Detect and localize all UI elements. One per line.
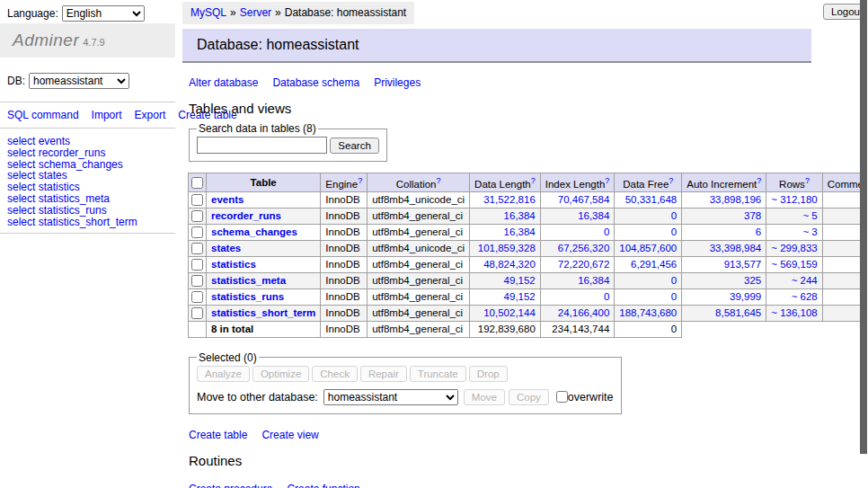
database-action-link[interactable]: Privileges [374, 76, 421, 89]
table-name-link[interactable]: statistics_short_term [211, 307, 315, 318]
copy-button[interactable]: Copy [509, 389, 549, 405]
scrollbar-thumb[interactable] [860, 0, 867, 454]
repair-button[interactable]: Repair [360, 366, 407, 382]
table-row: eventsInnoDButf8mb4_unicode_ci31,522,816… [189, 191, 868, 208]
create-function-link[interactable]: Create function [287, 483, 359, 488]
total-data-length-cell: 192,839,680 [470, 321, 541, 337]
truncate-button[interactable]: Truncate [410, 366, 466, 382]
app-logo: Adminer [13, 31, 79, 49]
sidebar-select-link[interactable]: select statistics_runs [7, 205, 168, 217]
data-free-cell: 0 [615, 224, 682, 240]
help-sup: ? [805, 175, 810, 185]
breadcrumb-separator: » [275, 6, 281, 19]
select-all-cell [189, 173, 207, 192]
auto-increment-cell: 6 [682, 224, 766, 240]
auto-increment-cell: 325 [682, 272, 766, 288]
total-index-length-cell: 234,143,744 [540, 321, 615, 337]
row-select-cell [189, 191, 207, 208]
scrollbar-track[interactable] [860, 0, 868, 488]
engine-cell: InnoDB [321, 191, 368, 208]
table-name-link[interactable]: recorder_runs [211, 210, 281, 221]
help-link[interactable]: ? [436, 176, 440, 185]
tables-list-header: TableEngine?Collation?Data Length?Index … [189, 173, 868, 192]
help-sup: ? [757, 175, 761, 185]
sidebar-command-link[interactable]: SQL command [7, 109, 79, 121]
data-free-cell: 0 [615, 272, 682, 288]
table-row: statesInnoDButf8mb4_unicode_ci101,859,32… [189, 240, 868, 256]
table-name-cell: statistics [207, 256, 321, 272]
help-sup: ? [669, 175, 673, 185]
sidebar-command-link[interactable]: Import [92, 109, 122, 121]
index-length-cell: 16,384 [540, 272, 615, 288]
select-all-checkbox[interactable] [191, 177, 203, 189]
help-link[interactable]: ? [605, 176, 609, 185]
table-name-link[interactable]: states [211, 243, 241, 253]
sidebar-select-link[interactable]: select recorder_runs [7, 147, 168, 159]
row-checkbox[interactable] [191, 307, 203, 319]
collation-cell: utf8mb4_unicode_ci [368, 191, 470, 208]
total-blank-cell [682, 321, 766, 337]
auto-increment-cell: 33,898,196 [682, 191, 766, 208]
index-length-cell: 72,220,672 [540, 256, 615, 272]
row-checkbox[interactable] [191, 243, 203, 254]
rows-cell: ~ 628 [766, 288, 822, 305]
breadcrumb-link[interactable]: MySQL [190, 6, 226, 19]
index-length-cell: 24,166,400 [540, 305, 615, 321]
help-link[interactable]: ? [669, 176, 673, 185]
column-header-label: Data Length [474, 179, 531, 190]
index-length-cell: 0 [540, 288, 615, 305]
help-link[interactable]: ? [358, 176, 362, 185]
table-name-link[interactable]: events [211, 194, 244, 205]
overwrite-checkbox[interactable] [556, 391, 568, 403]
collation-cell: utf8mb4_general_ci [368, 305, 470, 321]
rows-cell: ~ 312,180 [766, 191, 822, 208]
help-link[interactable]: ? [757, 176, 761, 185]
sidebar: Language:English Adminer4.7.9 DB:homeass… [0, 0, 175, 488]
row-checkbox[interactable] [191, 226, 203, 238]
selected-fieldset: Selected (0) AnalyzeOptimizeCheckRepairT… [189, 351, 622, 414]
analyze-button[interactable]: Analyze [197, 366, 250, 382]
page-title: Database: homeassistant [197, 37, 359, 53]
optimize-button[interactable]: Optimize [252, 366, 309, 382]
breadcrumb-link[interactable]: Server [240, 6, 271, 19]
engine-cell: InnoDB [321, 256, 368, 272]
check-button[interactable]: Check [312, 366, 358, 382]
search-button[interactable]: Search [330, 138, 378, 154]
sidebar-select-link[interactable]: select statistics_meta [7, 193, 168, 205]
create-view-link[interactable]: Create view [261, 429, 318, 441]
sidebar-command-link[interactable]: Export [135, 109, 166, 121]
language-select[interactable]: English [62, 5, 145, 22]
db-select[interactable]: homeassistant [29, 73, 129, 89]
row-checkbox[interactable] [191, 291, 203, 303]
auto-increment-cell: 8,581,645 [682, 305, 766, 321]
auto-increment-cell: 39,999 [682, 288, 766, 305]
create-procedure-link[interactable]: Create procedure [189, 483, 272, 488]
routine-links: Create procedureCreate function [189, 483, 829, 488]
row-checkbox[interactable] [191, 194, 203, 206]
row-checkbox[interactable] [191, 259, 203, 271]
move-db-select[interactable]: homeassistant [323, 389, 458, 405]
column-header-label: Rows [779, 179, 805, 190]
database-action-link[interactable]: Database schema [272, 76, 359, 89]
database-action-link[interactable]: Alter database [189, 76, 258, 89]
table-name-link[interactable]: statistics_runs [211, 291, 284, 302]
search-input[interactable] [197, 137, 327, 154]
help-link[interactable]: ? [805, 176, 810, 185]
row-checkbox[interactable] [191, 275, 203, 287]
drop-button[interactable]: Drop [469, 366, 508, 382]
table-name-link[interactable]: schema_changes [211, 226, 297, 237]
sidebar-select-link[interactable]: select events [7, 136, 168, 147]
table-name-link[interactable]: statistics [211, 259, 256, 270]
sidebar-select-link[interactable]: select statistics_short_term [7, 217, 168, 228]
row-checkbox[interactable] [191, 210, 203, 222]
help-link[interactable]: ? [531, 176, 536, 185]
data-length-cell: 49,152 [470, 272, 541, 288]
column-header: Table [207, 173, 321, 192]
auto-increment-cell: 378 [682, 208, 766, 224]
move-button[interactable]: Move [464, 389, 505, 405]
collation-cell: utf8mb4_general_ci [368, 272, 470, 288]
routines-heading: Routines [189, 453, 829, 468]
create-table-link[interactable]: Create table [189, 429, 247, 441]
create-links: Create tableCreate view [189, 429, 829, 441]
table-name-link[interactable]: statistics_meta [211, 275, 286, 286]
